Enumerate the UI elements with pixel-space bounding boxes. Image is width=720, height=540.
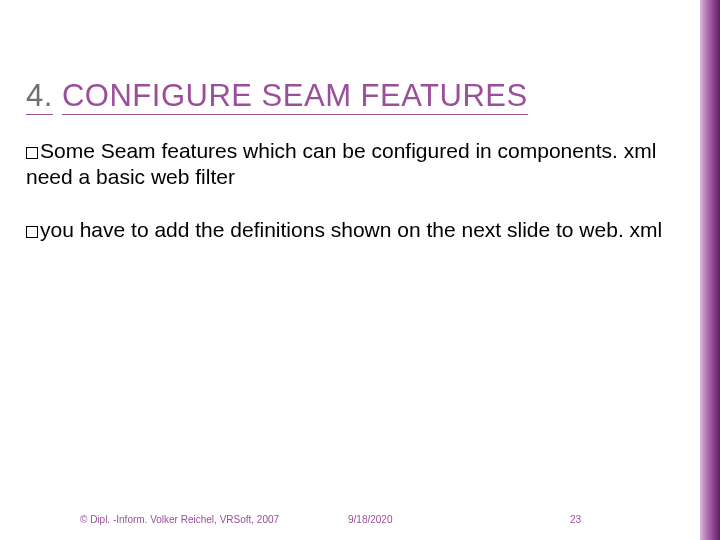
bullet-item: you have to add the definitions shown on… <box>26 217 666 243</box>
slide: 4. CONFIGURE SEAM FEATURES Some Seam fea… <box>0 0 720 540</box>
bullet-box-icon <box>26 147 38 159</box>
slide-content: Some Seam features which can be configur… <box>26 138 666 269</box>
bullet-lead: you <box>40 218 74 241</box>
bullet-lead: Some <box>40 139 95 162</box>
footer-page-number: 23 <box>570 514 581 525</box>
bullet-item: Some Seam features which can be configur… <box>26 138 666 191</box>
footer-copyright: © Dipl. -Inform. Volker Reichel, VRSoft,… <box>80 514 279 525</box>
footer-date: 9/18/2020 <box>348 514 393 525</box>
title-prefix: 4. <box>26 78 53 115</box>
bullet-text: Seam features which can be configured in… <box>26 139 656 188</box>
accent-strip <box>700 0 720 540</box>
bullet-box-icon <box>26 226 38 238</box>
title-rest: CONFIGURE SEAM FEATURES <box>62 78 528 115</box>
bullet-text: have to add the definitions shown on the… <box>74 218 662 241</box>
slide-title: 4. CONFIGURE SEAM FEATURES <box>26 78 528 114</box>
